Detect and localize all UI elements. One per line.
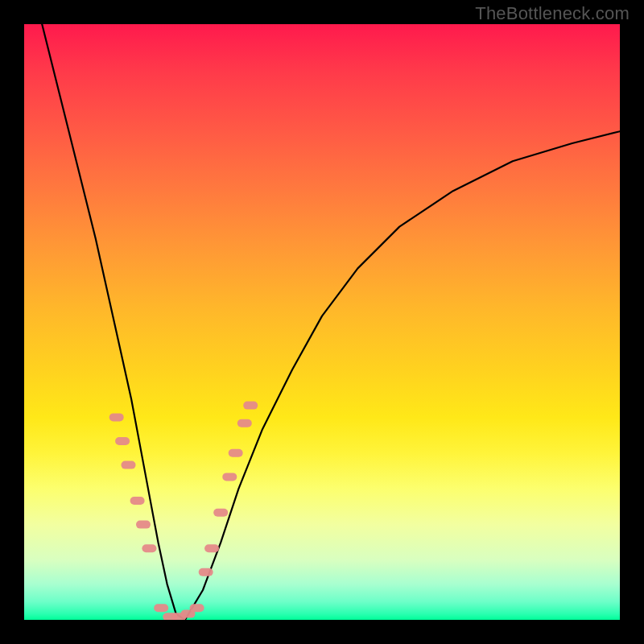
data-marker bbox=[229, 449, 243, 457]
data-marker bbox=[136, 521, 151, 529]
chart-svg bbox=[24, 24, 620, 620]
data-marker bbox=[115, 437, 130, 445]
watermark-text: TheBottleneck.com bbox=[475, 3, 630, 24]
marker-group bbox=[109, 402, 258, 620]
bottleneck-curve bbox=[42, 24, 620, 620]
data-marker bbox=[222, 473, 237, 481]
data-marker bbox=[190, 604, 204, 612]
data-marker bbox=[213, 509, 228, 517]
chart-frame: TheBottleneck.com bbox=[0, 0, 644, 644]
data-marker bbox=[122, 461, 136, 469]
data-marker bbox=[243, 402, 258, 410]
data-marker bbox=[154, 604, 168, 612]
curve-group bbox=[42, 24, 620, 620]
data-marker bbox=[109, 413, 124, 421]
data-marker bbox=[130, 497, 145, 505]
data-marker bbox=[199, 568, 213, 576]
data-marker bbox=[142, 544, 156, 552]
data-marker bbox=[204, 544, 219, 552]
data-marker bbox=[237, 419, 252, 427]
plot-area bbox=[24, 24, 620, 620]
